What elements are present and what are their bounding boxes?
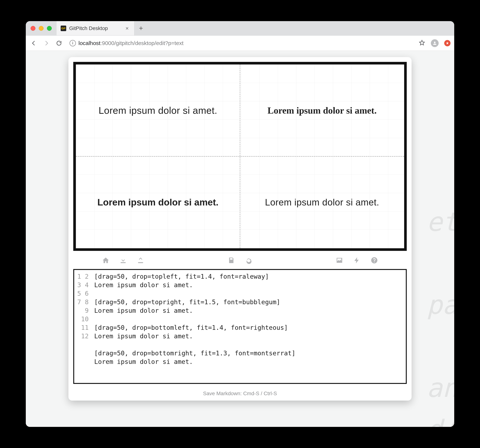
- editor-gutter: 1 2 3 4 5 6 7 8 9 10 11 12: [74, 270, 91, 383]
- slide-text-topright: Lorem ipsum dolor si amet.: [268, 105, 376, 116]
- slide-quadrant-bottomright: Lorem ipsum dolor si amet.: [240, 156, 404, 248]
- url-host: localhost: [78, 40, 100, 46]
- home-button[interactable]: [101, 256, 110, 265]
- background-ghost-text: et pa an d(: [427, 201, 454, 427]
- slide-text-bottomright: Lorem ipsum dolor si amet.: [265, 197, 379, 208]
- slide-text-bottomleft: Lorem ipsum dolor si amet.: [97, 197, 219, 208]
- window-minimize-button[interactable]: [39, 26, 44, 31]
- bolt-button[interactable]: [352, 256, 361, 265]
- browser-tab[interactable]: GP GitPitch Desktop ×: [56, 21, 134, 35]
- save-button[interactable]: [227, 256, 236, 265]
- window-zoom-button[interactable]: [47, 26, 52, 31]
- url-path: :9000/gitpitch/desktop/edit?p=text: [100, 40, 184, 46]
- editor-code[interactable]: [drag=50, drop=topleft, fit=1.4, font=ra…: [91, 270, 406, 383]
- footer-hint: Save Markdown: Cmd-S / Ctrl-S: [73, 387, 407, 398]
- url-field[interactable]: i localhost:9000/gitpitch/desktop/edit?p…: [67, 39, 415, 48]
- titlebar: GP GitPitch Desktop × +: [26, 21, 454, 35]
- new-tab-button[interactable]: +: [134, 21, 148, 35]
- tab-title: GitPitch Desktop: [69, 25, 121, 31]
- slide-quadrant-topright: Lorem ipsum dolor si amet.: [240, 64, 404, 156]
- nav-forward-button[interactable]: [42, 39, 51, 48]
- slide-quadrant-topleft: Lorem ipsum dolor si amet.: [76, 64, 240, 156]
- upload-button[interactable]: [136, 256, 145, 265]
- help-button[interactable]: [370, 256, 379, 265]
- window-close-button[interactable]: [31, 26, 35, 31]
- extension-badge-icon[interactable]: [444, 40, 451, 46]
- editor-toolbar: [73, 254, 407, 266]
- site-info-icon[interactable]: i: [70, 40, 76, 46]
- download-button[interactable]: [119, 256, 128, 265]
- slide-quadrant-bottomleft: Lorem ipsum dolor si amet.: [76, 156, 240, 248]
- nav-reload-button[interactable]: [55, 39, 63, 48]
- markdown-editor[interactable]: 1 2 3 4 5 6 7 8 9 10 11 12 [drag=50, dro…: [73, 269, 407, 384]
- nav-back-button[interactable]: [29, 39, 38, 48]
- tab-favicon: GP: [61, 26, 66, 31]
- tab-close-button[interactable]: ×: [124, 25, 130, 32]
- slide-text-topleft: Lorem ipsum dolor si amet.: [99, 105, 217, 116]
- window-controls: [26, 21, 56, 35]
- image-button[interactable]: [335, 256, 344, 265]
- address-bar: i localhost:9000/gitpitch/desktop/edit?p…: [26, 35, 454, 51]
- gitpitch-editor-card: Lorem ipsum dolor si amet. Lorem ipsum d…: [68, 57, 412, 400]
- bookmark-star-icon[interactable]: [419, 40, 425, 47]
- browser-window: GP GitPitch Desktop × + i localhost:9000…: [26, 21, 454, 427]
- refresh-button[interactable]: [244, 256, 253, 265]
- slide-preview: Lorem ipsum dolor si amet. Lorem ipsum d…: [73, 62, 407, 251]
- profile-avatar-icon[interactable]: [431, 39, 439, 47]
- page-body: et pa an d( Lorem ipsum dolor si amet. L…: [26, 51, 454, 427]
